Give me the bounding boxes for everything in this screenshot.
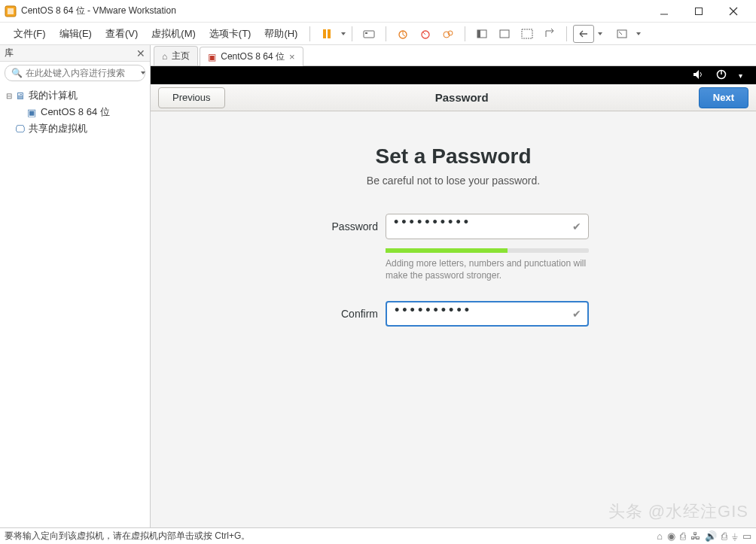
separator — [309, 26, 310, 41]
menu-help[interactable]: 帮助(H) — [258, 24, 303, 44]
titlebar: CentOS 8 64 位 - VMware Workstation — [0, 0, 756, 23]
password-label: Password — [318, 220, 378, 232]
dropdown-icon[interactable] — [341, 32, 346, 35]
statusbar: 要将输入定向到该虚拟机，请在虚拟机内部单击或按 Ctrl+G。 ⌂ ◉ ⎙ 🖧 … — [0, 527, 756, 544]
svg-rect-15 — [477, 30, 480, 38]
installer-header: Previous Password Next — [151, 84, 756, 111]
status-message: 要将输入定向到该虚拟机，请在虚拟机内部单击或按 Ctrl+G。 — [5, 530, 250, 542]
tab-label: 主页 — [172, 50, 190, 62]
chevron-down-icon[interactable]: ▾ — [739, 71, 742, 80]
quick-switch-button[interactable] — [573, 25, 594, 43]
check-icon: ✔ — [572, 308, 581, 320]
svg-rect-17 — [522, 29, 532, 38]
pause-button[interactable] — [316, 25, 337, 43]
tree-node-shared[interactable]: 🖵 共享的虚拟机 — [5, 120, 145, 137]
svg-rect-7 — [328, 29, 331, 38]
tree-node-centos[interactable]: ▣ CentOS 8 64 位 — [5, 104, 145, 120]
svg-rect-1 — [8, 8, 14, 14]
separator — [386, 26, 386, 41]
svg-rect-16 — [500, 30, 509, 38]
sidebar-close-button[interactable]: ✕ — [136, 47, 145, 59]
cd-icon[interactable]: ◉ — [667, 530, 675, 542]
tabbar: ⌂ 主页 ▣ CentOS 8 64 位 × — [151, 45, 756, 66]
view-fullscreen-button[interactable] — [517, 25, 538, 43]
menu-file[interactable]: 文件(F) — [8, 24, 52, 44]
menu-view[interactable]: 查看(V) — [99, 24, 144, 44]
power-icon[interactable] — [716, 69, 727, 82]
strength-meter — [386, 248, 589, 253]
minimize-button[interactable] — [654, 4, 675, 19]
view-single-button[interactable] — [471, 25, 492, 43]
volume-icon[interactable] — [692, 69, 704, 82]
content-area: ⌂ 主页 ▣ CentOS 8 64 位 × ▾ Previous — [151, 45, 756, 527]
previous-button[interactable]: Previous — [158, 87, 225, 108]
close-button[interactable] — [723, 4, 744, 19]
svg-rect-18 — [617, 30, 626, 38]
menu-vm[interactable]: 虚拟机(M) — [145, 24, 202, 44]
search-input[interactable] — [26, 68, 139, 78]
tree-label: 我的计算机 — [29, 89, 78, 102]
password-form: Set a Password Be careful not to lose yo… — [151, 111, 756, 333]
tree-label: CentOS 8 64 位 — [41, 105, 110, 119]
usb-icon[interactable]: ⏚ — [732, 530, 738, 542]
tab-home[interactable]: ⌂ 主页 — [154, 46, 198, 65]
disk-icon[interactable]: ⌂ — [657, 530, 663, 542]
stretch-button[interactable] — [611, 25, 633, 43]
computer-icon: 🖥 — [14, 90, 26, 102]
tab-vm-centos[interactable]: ▣ CentOS 8 64 位 × — [200, 47, 303, 66]
svg-rect-8 — [364, 31, 374, 38]
snapshot-button[interactable] — [392, 25, 413, 43]
confirm-input[interactable]: •••••••••• — [386, 301, 589, 327]
separator — [566, 26, 567, 41]
tree-node-my-computer[interactable]: ⊟ 🖥 我的计算机 — [5, 87, 145, 104]
tab-label: CentOS 8 64 位 — [221, 50, 285, 63]
dropdown-icon[interactable] — [598, 32, 602, 35]
installer-body: Previous Password Next Set a Password Be… — [151, 84, 756, 527]
search-box[interactable]: 🔍 — [5, 65, 145, 81]
separator — [352, 26, 352, 41]
menu-tabs[interactable]: 选项卡(T) — [203, 24, 258, 44]
send-ctrl-alt-del-button[interactable] — [358, 25, 380, 43]
password-hint: Adding more letters, numbers and punctua… — [386, 257, 589, 281]
subtitle: Be careful not to lose your password. — [367, 175, 540, 187]
password-row: Password •••••••••• ✔ — [318, 214, 589, 239]
gnome-topbar: ▾ — [151, 66, 756, 84]
window-title: CentOS 8 64 位 - VMware Workstation — [21, 5, 654, 17]
collapse-icon[interactable]: ⊟ — [5, 92, 14, 100]
confirm-row: Confirm •••••••••• ✔ — [318, 301, 589, 327]
printer-icon[interactable]: ⎙ — [721, 530, 727, 542]
check-icon: ✔ — [572, 220, 581, 232]
message-icon[interactable]: ▭ — [742, 530, 751, 542]
heading: Set a Password — [376, 144, 532, 169]
sidebar-title: 库 — [5, 47, 14, 59]
separator — [465, 26, 465, 41]
vm-icon: ▣ — [208, 52, 216, 62]
tree-label: 共享的虚拟机 — [29, 122, 87, 135]
svg-rect-9 — [365, 32, 367, 34]
dropdown-icon[interactable] — [141, 71, 145, 74]
manage-snapshots-button[interactable] — [437, 25, 459, 43]
svg-rect-6 — [323, 29, 326, 38]
sound-icon[interactable]: 🔊 — [705, 530, 717, 542]
sidebar-header: 库 ✕ — [0, 45, 150, 62]
revert-button[interactable] — [415, 25, 436, 43]
view-unity-button[interactable] — [539, 25, 560, 43]
maximize-button[interactable] — [688, 4, 709, 19]
network-icon[interactable]: 🖧 — [690, 530, 700, 542]
vm-display[interactable]: ▾ Previous Password Next Set a Password … — [151, 66, 756, 527]
menubar: 文件(F) 编辑(E) 查看(V) 虚拟机(M) 选项卡(T) 帮助(H) — [0, 23, 756, 45]
menu-edit[interactable]: 编辑(E) — [53, 24, 98, 44]
password-input[interactable]: •••••••••• — [386, 214, 589, 239]
dropdown-icon[interactable] — [636, 32, 641, 35]
home-icon: ⌂ — [162, 51, 167, 62]
view-console-button[interactable] — [494, 25, 515, 43]
shared-icon: 🖵 — [14, 123, 26, 135]
svg-rect-3 — [696, 8, 703, 14]
vm-icon: ▣ — [26, 107, 38, 118]
app-icon — [5, 5, 17, 17]
tab-close-button[interactable]: × — [289, 51, 295, 62]
page-title: Password — [435, 91, 489, 104]
next-button[interactable]: Next — [699, 87, 748, 108]
library-sidebar: 库 ✕ 🔍 ⊟ 🖥 我的计算机 ▣ CentOS 8 64 位 🖵 共享的虚拟机 — [0, 45, 151, 527]
floppy-icon[interactable]: ⎙ — [680, 530, 686, 542]
